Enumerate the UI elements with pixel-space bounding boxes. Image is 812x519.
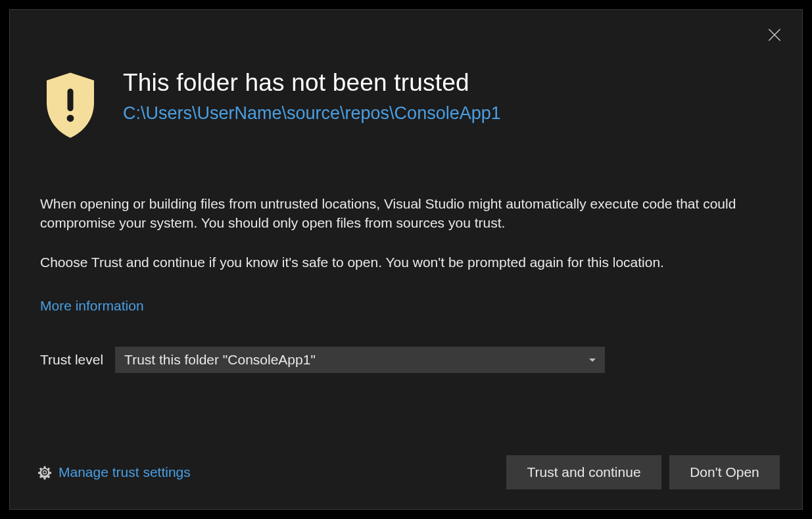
trust-level-dropdown[interactable]: Trust this folder "ConsoleApp1" <box>115 347 605 373</box>
trust-level-label: Trust level <box>40 352 103 368</box>
shield-warning-icon <box>37 69 103 148</box>
dont-open-button[interactable]: Don't Open <box>669 455 780 489</box>
dialog-body: When opening or building files from untr… <box>10 148 802 373</box>
dialog-footer: Manage trust settings Trust and continue… <box>10 455 802 489</box>
manage-trust-settings-label: Manage trust settings <box>59 464 191 480</box>
svg-rect-0 <box>68 89 74 111</box>
trust-dropdown-selected: Trust this folder "ConsoleApp1" <box>124 352 316 368</box>
trust-level-row: Trust level Trust this folder "ConsoleAp… <box>40 347 772 373</box>
close-button[interactable] <box>764 24 785 45</box>
chevron-down-icon <box>589 358 596 362</box>
dialog-header: This folder has not been trusted C:\User… <box>10 10 802 148</box>
more-information-link[interactable]: More information <box>40 298 144 314</box>
manage-trust-settings-link[interactable]: Manage trust settings <box>37 464 191 480</box>
gear-icon <box>37 465 52 480</box>
close-icon <box>766 26 783 43</box>
footer-buttons: Trust and continue Don't Open <box>506 455 780 489</box>
dialog-title: This folder has not been trusted <box>123 69 501 97</box>
svg-point-1 <box>67 114 74 122</box>
trust-and-continue-button[interactable]: Trust and continue <box>506 455 661 489</box>
trust-dialog: This folder has not been trusted C:\User… <box>9 9 803 510</box>
warning-text: When opening or building files from untr… <box>40 194 772 233</box>
instruction-text: Choose Trust and continue if you know it… <box>40 253 772 272</box>
folder-path: C:\Users\UserName\source\repos\ConsoleAp… <box>123 103 501 124</box>
header-text-block: This folder has not been trusted C:\User… <box>123 69 501 124</box>
